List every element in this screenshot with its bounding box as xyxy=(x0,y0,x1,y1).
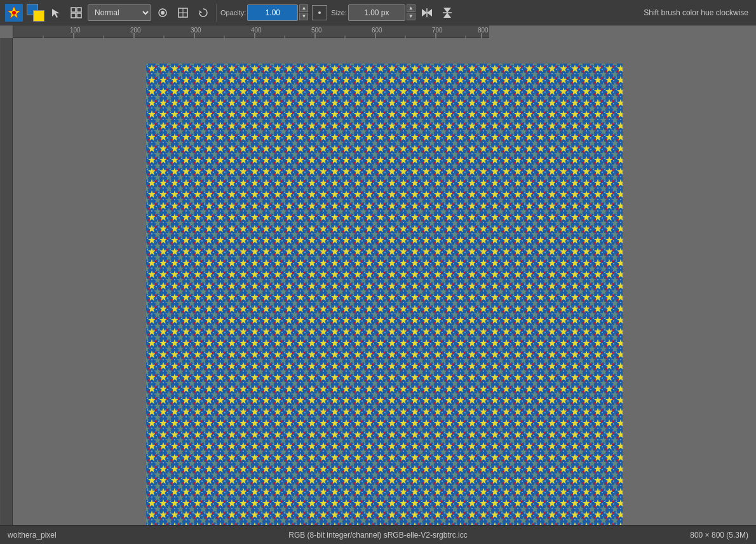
ruler-top: 100 200 300 400 500 600 700 800 xyxy=(13,25,489,38)
size-label: Size: xyxy=(331,9,346,17)
statusbar-colorinfo: RGB (8-bit integer/channel) sRGB-elle-V2… xyxy=(193,531,564,540)
svg-point-8 xyxy=(161,11,165,15)
svg-text:200: 200 xyxy=(130,27,141,34)
background-color[interactable] xyxy=(33,10,44,22)
statusbar-dimensions: 800 × 800 (5.3M) xyxy=(564,531,749,540)
svg-marker-13 xyxy=(422,9,427,17)
reset-tool[interactable] xyxy=(194,4,212,22)
svg-text:800: 800 xyxy=(478,27,489,34)
statusbar: wolthera_pixel RGB (8-bit integer/channe… xyxy=(0,525,756,544)
opacity-up[interactable]: ▲ xyxy=(299,4,308,12)
svg-rect-4 xyxy=(77,8,81,12)
statusbar-filename: wolthera_pixel xyxy=(8,531,193,540)
svg-rect-3 xyxy=(71,8,76,12)
svg-text:700: 700 xyxy=(432,27,443,34)
opacity-input[interactable] xyxy=(247,4,298,21)
opacity-spinners: ▲ ▼ xyxy=(299,4,308,20)
svg-marker-15 xyxy=(427,9,432,17)
svg-marker-18 xyxy=(443,13,451,18)
svg-text:100: 100 xyxy=(70,27,81,34)
size-up[interactable]: ▲ xyxy=(407,4,415,12)
mirror-h-tool[interactable] xyxy=(418,4,436,22)
main-area: 100 200 300 400 500 600 700 800 xyxy=(0,25,756,531)
mirror-v-tool[interactable] xyxy=(438,4,456,22)
blend-mode-select[interactable]: Normal Multiply Screen Overlay Darken Li… xyxy=(88,4,151,21)
toolbar: Normal Multiply Screen Overlay Darken Li… xyxy=(0,0,756,25)
svg-rect-62 xyxy=(146,64,623,544)
size-input[interactable] xyxy=(348,4,405,21)
app-icon xyxy=(4,3,24,23)
svg-marker-16 xyxy=(443,8,451,13)
svg-rect-6 xyxy=(77,13,81,18)
ruler-left xyxy=(0,38,13,531)
svg-text:400: 400 xyxy=(251,27,262,34)
tool-grid[interactable] xyxy=(67,4,85,22)
opacity-down[interactable]: ▼ xyxy=(299,13,308,20)
size-down[interactable]: ▼ xyxy=(407,13,415,20)
svg-text:600: 600 xyxy=(372,27,382,34)
size-swatch xyxy=(312,5,327,20)
opacity-control: Opacity: ▲ ▼ xyxy=(220,4,308,21)
status-hint: Shift brush color hue clockwise xyxy=(459,8,752,17)
svg-text:500: 500 xyxy=(311,27,322,34)
svg-text:300: 300 xyxy=(191,27,201,34)
separator-1 xyxy=(216,4,217,22)
size-control: Size: ▲ ▼ xyxy=(331,4,415,21)
svg-rect-5 xyxy=(71,13,76,18)
stamp-tool[interactable] xyxy=(174,4,192,22)
size-spinners: ▲ ▼ xyxy=(407,4,415,20)
opacity-label: Opacity: xyxy=(220,9,246,17)
svg-point-2 xyxy=(12,11,16,15)
paint-tool[interactable] xyxy=(154,4,172,22)
color-swatches[interactable] xyxy=(27,4,44,22)
svg-marker-12 xyxy=(199,10,202,13)
tool-select[interactable] xyxy=(47,4,65,22)
canvas-area[interactable] xyxy=(146,64,623,544)
